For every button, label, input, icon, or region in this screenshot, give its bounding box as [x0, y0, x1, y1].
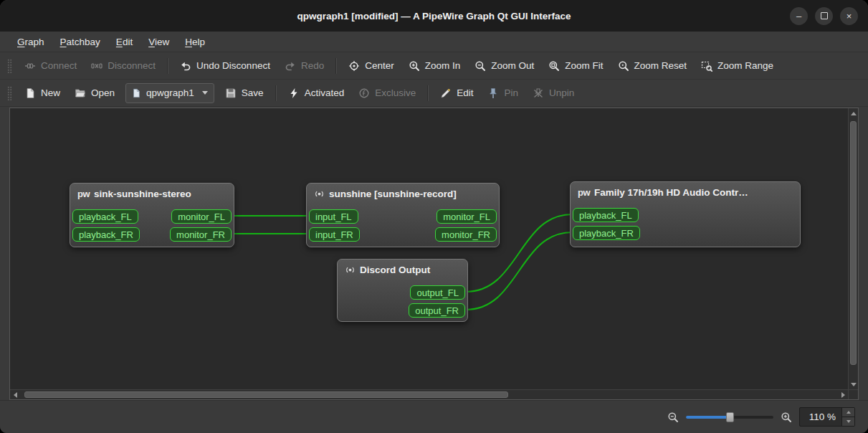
window-controls: – ×: [790, 7, 858, 25]
vertical-scroll-track[interactable]: [849, 118, 858, 379]
port-monitor-fl[interactable]: monitor_FL: [171, 209, 232, 224]
connect-button[interactable]: Connect: [18, 57, 83, 75]
zoom-slider[interactable]: [686, 411, 773, 423]
toolbar-grip[interactable]: [7, 86, 12, 100]
port-monitor-fl[interactable]: monitor_FL: [437, 209, 497, 224]
open-label: Open: [91, 87, 115, 98]
port-playback-fl[interactable]: playback_FL: [72, 209, 138, 224]
node-family-hd-audio[interactable]: pw Family 17h/19h HD Audio Contr… playba…: [570, 181, 801, 247]
undo-icon: [180, 60, 191, 72]
port-input-fr[interactable]: input_FR: [309, 227, 360, 242]
new-file-icon: [24, 87, 36, 99]
zoom-in-label: Zoom In: [425, 60, 461, 71]
save-label: Save: [242, 87, 264, 98]
menu-help[interactable]: Help: [178, 34, 212, 49]
zoom-spin-up-button[interactable]: [842, 408, 854, 417]
node-sink-sunshine-stereo[interactable]: pw sink-sunshine-stereo playback_FL play…: [70, 183, 234, 247]
scroll-up-button[interactable]: [849, 108, 858, 118]
close-button[interactable]: ×: [840, 7, 858, 25]
pin-button[interactable]: Pin: [481, 84, 525, 103]
save-button[interactable]: Save: [219, 84, 270, 103]
undo-disconnect-label: Undo Disconnect: [196, 60, 270, 71]
zoom-out-button[interactable]: Zoom Out: [468, 57, 540, 75]
port-playback-fl[interactable]: playback_FL: [573, 208, 639, 222]
graph-toolbar: Connect Disconnect Undo Disconnect Redo …: [0, 52, 868, 80]
zoom-in-mini-icon[interactable]: [781, 411, 792, 423]
zoom-in-button[interactable]: Zoom In: [402, 57, 467, 75]
new-label: New: [41, 87, 60, 98]
zoom-range-button[interactable]: Zoom Range: [695, 57, 780, 75]
center-icon: [348, 60, 360, 72]
zoom-slider-handle[interactable]: [726, 412, 734, 422]
vertical-scroll-thumb[interactable]: [850, 121, 857, 366]
maximize-button[interactable]: [815, 7, 833, 25]
unpin-label: Unpin: [549, 87, 574, 98]
pin-icon: [487, 87, 499, 99]
menu-edit[interactable]: Edit: [109, 34, 140, 49]
arrow-down-icon: [851, 383, 857, 386]
disconnect-icon: [91, 60, 102, 72]
menu-graph-label: G: [17, 37, 25, 47]
port-playback-fr[interactable]: playback_FR: [573, 226, 640, 240]
audio-app-icon: [345, 265, 356, 275]
zoom-value: 110 %: [800, 411, 841, 422]
node-discord-output[interactable]: Discord Output output_FL output_FR: [337, 259, 468, 322]
activated-button[interactable]: Activated: [282, 84, 351, 103]
redo-icon: [285, 60, 296, 72]
zoom-fit-label: Zoom Fit: [565, 60, 603, 71]
center-label: Center: [365, 60, 394, 71]
minimize-button[interactable]: –: [790, 7, 808, 25]
zoom-reset-button[interactable]: Zoom Reset: [611, 57, 694, 75]
lightning-icon: [288, 87, 300, 99]
scrollbar-corner: [848, 389, 858, 399]
node-title-text: Discord Output: [360, 265, 430, 275]
new-button[interactable]: New: [18, 84, 67, 103]
patchbay-combo-value: qpwgraph1: [146, 87, 194, 98]
pencil-icon: [440, 87, 452, 99]
graph-canvas[interactable]: pw sink-sunshine-stereo playback_FL play…: [10, 108, 848, 389]
zoom-spin-down-button[interactable]: [842, 417, 854, 426]
zoom-reset-label: Zoom Reset: [634, 60, 687, 71]
zoom-fit-button[interactable]: Zoom Fit: [542, 57, 609, 75]
scroll-left-button[interactable]: [10, 390, 20, 399]
zoom-out-mini-icon[interactable]: [667, 411, 679, 423]
node-sunshine-record[interactable]: sunshine [sunshine-record] input_FL inpu…: [306, 183, 500, 247]
menu-view[interactable]: View: [141, 34, 176, 49]
undo-disconnect-button[interactable]: Undo Disconnect: [173, 57, 277, 75]
exclusive-button[interactable]: Exclusive: [352, 84, 422, 103]
menu-patchbay[interactable]: Patchbay: [53, 34, 108, 49]
menu-graph[interactable]: Graph: [10, 34, 52, 49]
titlebar[interactable]: qpwgraph1 [modified] — A PipeWire Graph …: [0, 0, 868, 32]
horizontal-scrollbar[interactable]: [10, 389, 848, 399]
port-playback-fr[interactable]: playback_FR: [72, 227, 140, 242]
node-title-text: sunshine [sunshine-record]: [329, 189, 457, 199]
horizontal-scroll-thumb[interactable]: [24, 391, 508, 398]
connect-label: Connect: [41, 60, 77, 71]
menu-view-label-rest: iew: [155, 37, 169, 47]
arrow-up-icon: [846, 411, 851, 414]
horizontal-scroll-track[interactable]: [20, 390, 838, 399]
redo-label: Redo: [301, 60, 324, 71]
toolbar-separator: [275, 85, 277, 101]
center-button[interactable]: Center: [342, 57, 401, 75]
port-monitor-fr[interactable]: monitor_FR: [435, 227, 497, 242]
scroll-right-button[interactable]: [838, 390, 848, 399]
menu-edit-label: E: [116, 37, 123, 47]
patchbay-combo[interactable]: qpwgraph1: [125, 83, 214, 103]
port-output-fr[interactable]: output_FR: [409, 303, 465, 318]
open-button[interactable]: Open: [68, 84, 121, 103]
scroll-down-button[interactable]: [849, 379, 858, 389]
toolbar-grip[interactable]: [7, 59, 12, 73]
port-monitor-fr[interactable]: monitor_FR: [170, 227, 232, 242]
node-title: pw Family 17h/19h HD Audio Contr…: [571, 182, 800, 198]
edit-button[interactable]: Edit: [434, 84, 480, 103]
redo-button[interactable]: Redo: [278, 57, 330, 75]
zoom-spinbox[interactable]: 110 %: [799, 407, 855, 427]
zoom-in-icon: [409, 60, 420, 72]
statusbar: 110 %: [0, 400, 868, 433]
port-output-fl[interactable]: output_FL: [410, 285, 465, 300]
vertical-scrollbar[interactable]: [848, 108, 858, 389]
port-input-fl[interactable]: input_FL: [309, 209, 358, 224]
disconnect-button[interactable]: Disconnect: [85, 57, 162, 75]
unpin-button[interactable]: Unpin: [526, 84, 581, 103]
